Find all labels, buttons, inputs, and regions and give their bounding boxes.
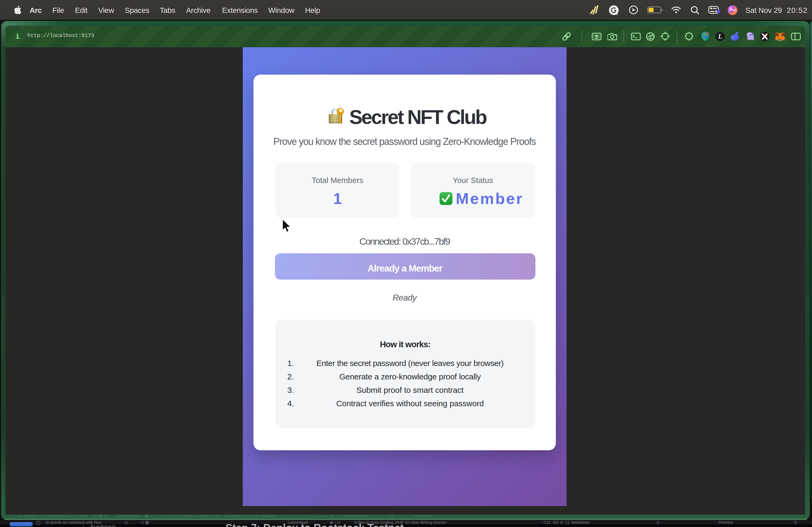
svg-text:L: L (718, 32, 722, 40)
